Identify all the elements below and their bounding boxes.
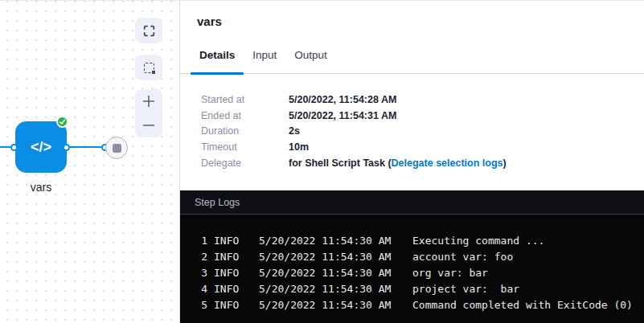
detail-row: Started at 5/20/2022, 11:54:28 AM (201, 94, 636, 110)
zoom-controls (135, 89, 162, 137)
fullscreen-button[interactable] (135, 18, 162, 43)
status-success-badge (56, 116, 68, 128)
pipeline-execution-view: </> vars (0, 0, 644, 323)
delegate-selection-logs-link[interactable]: Delegate selection logs (392, 157, 503, 169)
log-message: account var: foo (412, 249, 513, 265)
code-icon: </> (31, 139, 51, 156)
zoom-out-button[interactable] (135, 113, 162, 137)
logs-header: Step Logs (180, 190, 644, 215)
detail-row: Timeout 10m (201, 141, 636, 157)
log-timestamp: 5/20/2022 11:54:30 AM (259, 249, 412, 265)
fullscreen-icon (143, 25, 155, 37)
log-row: 2INFO5/20/2022 11:54:30 AMaccount var: f… (180, 249, 644, 265)
detail-value: 5/20/2022, 11:54:31 AM (289, 110, 396, 121)
tab-details[interactable]: Details (191, 46, 244, 74)
detail-label: Delegate (201, 157, 289, 169)
log-message: org var: bar (412, 265, 488, 281)
log-row: 1INFO5/20/2022 11:54:30 AMExecuting comm… (180, 233, 644, 249)
log-line-number: 1 (195, 233, 207, 249)
step-details-panel: vars Details Input Output Started at 5/2… (180, 1, 644, 323)
detail-value-suffix: ) (503, 157, 507, 169)
log-row: 4INFO5/20/2022 11:54:30 AMproject var: b… (180, 281, 644, 297)
node-port-in (10, 144, 18, 151)
page-title: vars (197, 14, 222, 28)
marquee-select-button[interactable] (135, 55, 162, 80)
log-level: INFO (214, 249, 259, 265)
log-line-number: 2 (195, 249, 207, 265)
log-row: 5INFO5/20/2022 11:54:30 AMCommand comple… (180, 297, 644, 313)
check-icon (58, 117, 67, 126)
tab-output[interactable]: Output (285, 46, 336, 74)
end-node (105, 137, 128, 159)
detail-label: Started at (201, 94, 289, 105)
log-message: Command completed with ExitCode (0) (412, 297, 633, 313)
stop-square-icon (113, 144, 121, 153)
detail-value: 2s (289, 125, 300, 137)
details-list: Started at 5/20/2022, 11:54:28 AM Ended … (201, 94, 636, 173)
detail-value-text: 10m (289, 141, 309, 153)
logs-body: 1INFO5/20/2022 11:54:30 AMExecuting comm… (180, 215, 644, 313)
detail-row: Duration 2s (201, 125, 636, 141)
log-timestamp: 5/20/2022 11:54:30 AM (259, 233, 412, 249)
detail-value-text: 2s (289, 125, 300, 137)
log-line-number: 3 (195, 265, 207, 281)
detail-value: 5/20/2022, 11:54:28 AM (289, 94, 396, 105)
log-timestamp: 5/20/2022 11:54:30 AM (259, 265, 412, 281)
detail-value-text: for Shell Script Task ( (289, 157, 392, 169)
log-row: 3INFO5/20/2022 11:54:30 AMorg var: bar (180, 265, 644, 281)
detail-value-text: 5/20/2022, 11:54:31 AM (289, 110, 396, 121)
log-timestamp: 5/20/2022 11:54:30 AM (259, 281, 412, 297)
logs-title: Step Logs (195, 197, 240, 208)
detail-row: Delegate for Shell Script Task (Delegate… (201, 157, 636, 174)
log-line-number: 4 (195, 281, 207, 297)
log-level: INFO (214, 281, 259, 297)
zoom-in-icon (142, 94, 156, 108)
log-message: project var: bar (412, 281, 519, 297)
details-tab-bar: Details Input Output (180, 46, 644, 74)
log-timestamp: 5/20/2022 11:54:30 AM (259, 297, 412, 313)
detail-label: Duration (201, 125, 289, 137)
pipeline-canvas[interactable]: </> vars (0, 1, 180, 323)
detail-value: 10m (289, 141, 309, 153)
detail-label: Timeout (201, 141, 289, 153)
step-node-vars[interactable]: </> (15, 121, 67, 173)
detail-row: Ended at 5/20/2022, 11:54:31 AM (201, 110, 636, 126)
node-port-out (63, 144, 70, 151)
detail-label: Ended at (201, 110, 289, 121)
log-level: INFO (214, 265, 259, 281)
step-logs-console: Step Logs 1INFO5/20/2022 11:54:30 AMExec… (180, 190, 644, 323)
detail-value: for Shell Script Task (Delegate selectio… (289, 157, 507, 169)
node-label: vars (15, 181, 67, 194)
zoom-out-icon (142, 118, 156, 133)
log-message: Executing command ... (412, 233, 544, 249)
log-level: INFO (214, 297, 259, 313)
marquee-select-icon (144, 63, 154, 73)
log-level: INFO (214, 233, 259, 249)
zoom-in-button[interactable] (135, 89, 162, 113)
tab-input[interactable]: Input (244, 46, 285, 74)
detail-value-text: 5/20/2022, 11:54:28 AM (289, 94, 396, 105)
log-line-number: 5 (195, 297, 207, 313)
